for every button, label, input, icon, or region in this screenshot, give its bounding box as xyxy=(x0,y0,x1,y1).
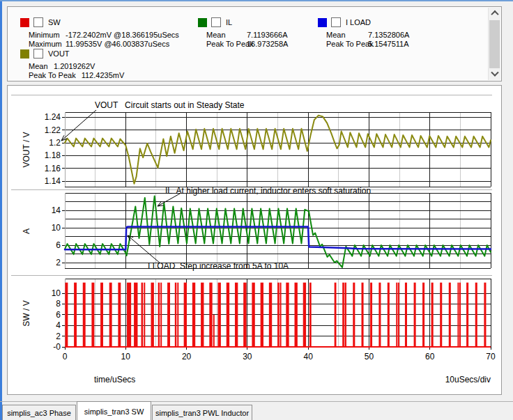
x-axis-div-label: 10uSecs/div xyxy=(390,375,491,384)
legend-signal-il: IL Mean 7.1193666A Peak To Peak 16.97325… xyxy=(198,17,288,49)
x-axis-label: time/uSecs xyxy=(94,375,135,384)
window-frame-left xyxy=(0,0,2,420)
legend-signal-vout: VOUT Mean 1.2019262V Peak To Peak 112.42… xyxy=(20,49,124,80)
window-frame-top xyxy=(0,0,513,1)
iload-color-swatch xyxy=(318,18,327,27)
sw-color-swatch xyxy=(20,18,29,27)
sw-minimum-row: Minimum -172.2402mV @18.366195uSecs xyxy=(29,31,179,40)
waveform-viewer-window: { "legend": { "signals": [ {"name":"SW",… xyxy=(0,0,513,420)
legend-panel: SW Minimum -172.2402mV @18.366195uSecs M… xyxy=(7,6,502,81)
annotation-il-soft-saturation: IL At higher load current, inductor ente… xyxy=(165,186,371,196)
tab-simplis-ac3-phase[interactable]: simplis_ac3 Phase xyxy=(2,405,76,420)
sw-label: SW xyxy=(48,18,61,26)
il-checkbox[interactable] xyxy=(211,17,221,27)
legend-signal-iload: I LOAD Mean 7.1352806A Peak To Peak 5.15… xyxy=(318,17,409,49)
il-mean-row: Mean 7.1193666A xyxy=(206,31,288,40)
vout-color-swatch xyxy=(20,49,29,59)
annotation-iload-step: I LOAD Step increase from 5A to 10A xyxy=(148,261,289,271)
legend-signal-sw: SW Minimum -172.2402mV @18.366195uSecs M… xyxy=(20,17,179,49)
vout-peaktopeak-row: Peak To Peak 112.4235mV xyxy=(29,71,124,80)
scrollbar-thumb[interactable] xyxy=(489,20,500,68)
chevron-up-icon xyxy=(491,10,498,18)
iload-peaktopeak-row: Peak To Peak 5.1547511A xyxy=(326,40,409,49)
il-peaktopeak-row: Peak To Peak 16.973258A xyxy=(206,40,288,49)
plot3-y-axis-title: SW / V xyxy=(22,294,31,333)
vout-mean-row: Mean 1.2019262V xyxy=(29,62,124,71)
chevron-down-icon xyxy=(491,69,498,77)
plot1-y-axis-title: VOUT / V xyxy=(22,130,31,169)
plot-panel[interactable] xyxy=(7,85,502,395)
annotation-vout-steady-state: VOUT Circuit starts out in Steady State xyxy=(95,100,245,110)
iload-label: I LOAD xyxy=(346,18,371,26)
tab-simplis-tran3-pwl-inductor[interactable]: simplis_tran3 PWL Inductor xyxy=(152,405,252,420)
legend-scrollbar[interactable] xyxy=(488,8,500,80)
sw-maximum-row: Maximum 11.99535V @46.003837uSecs xyxy=(29,40,179,49)
scroll-down-button[interactable] xyxy=(489,69,500,80)
sw-checkbox[interactable] xyxy=(33,17,43,27)
vout-checkbox[interactable] xyxy=(33,49,43,59)
iload-mean-row: Mean 7.1352806A xyxy=(326,31,409,40)
tab-simplis-tran3-sw[interactable]: simplis_tran3 SW xyxy=(77,401,151,420)
vout-label: VOUT xyxy=(48,49,70,58)
il-label: IL xyxy=(226,18,232,26)
iload-checkbox[interactable] xyxy=(331,17,341,27)
plot2-y-axis-title: A xyxy=(22,212,31,251)
scroll-up-button[interactable] xyxy=(489,8,500,19)
il-color-swatch xyxy=(198,18,207,27)
